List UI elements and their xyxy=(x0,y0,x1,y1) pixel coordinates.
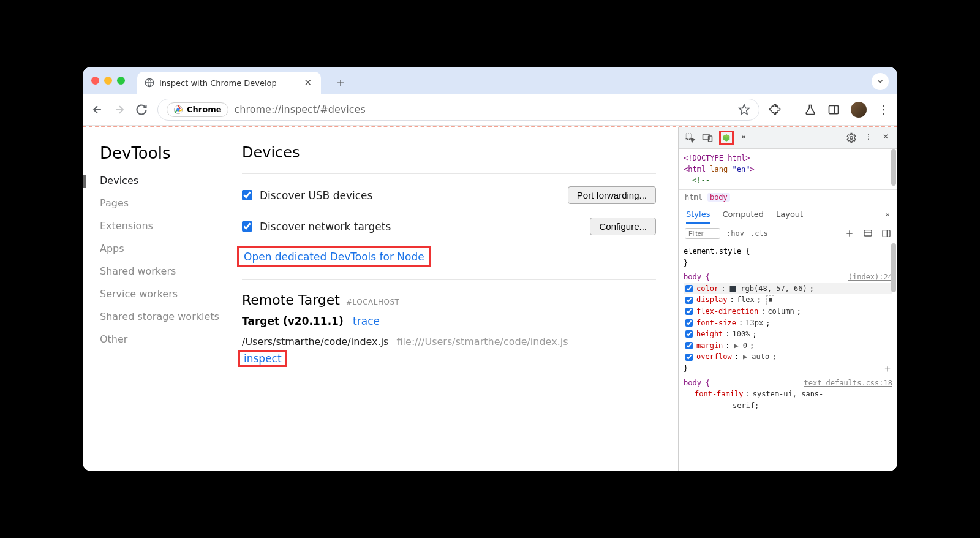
add-property-icon[interactable]: ＋ xyxy=(883,362,892,377)
open-node-devtools-link[interactable]: Open dedicated DevTools for Node xyxy=(237,246,431,267)
flex-badge-icon[interactable]: ▦ xyxy=(766,295,774,305)
css-prop-font-size[interactable]: font-size: 13px; xyxy=(684,317,892,329)
dom-scrollbar[interactable] xyxy=(891,149,896,186)
inspect-link[interactable]: inspect xyxy=(238,350,287,367)
crumb-html[interactable]: html xyxy=(685,193,703,202)
css-prop-color[interactable]: color:rgb(48, 57, 66); xyxy=(684,283,892,295)
breadcrumb: html body xyxy=(679,189,897,205)
svg-rect-3 xyxy=(829,105,839,113)
prop-checkbox[interactable] xyxy=(685,308,693,315)
prop-checkbox[interactable] xyxy=(685,319,693,327)
close-tab-icon[interactable]: ✕ xyxy=(302,77,314,88)
usb-row: Discover USB devices Port forwarding... xyxy=(242,186,656,204)
minimize-window-icon[interactable] xyxy=(104,77,112,85)
devtools-top-bar: » ⋮ ✕ xyxy=(679,127,897,149)
crumb-body[interactable]: body xyxy=(707,193,730,202)
css-prop-display[interactable]: display: flex;▦ xyxy=(684,294,892,306)
inspect-element-icon[interactable] xyxy=(685,132,696,143)
close-window-icon[interactable] xyxy=(91,77,99,85)
maximize-window-icon[interactable] xyxy=(117,77,125,85)
prop-checkbox[interactable] xyxy=(685,330,693,338)
chevron-down-icon xyxy=(876,77,884,86)
side-panel-icon[interactable] xyxy=(827,104,840,116)
reload-button[interactable] xyxy=(135,104,148,116)
dom-html-open-after: > xyxy=(750,165,754,173)
browser-menu-icon[interactable]: ⋮ xyxy=(878,103,889,116)
css-prop-font-family[interactable]: font-family: system-ui, sans- xyxy=(684,388,892,400)
expand-triangle-icon[interactable]: ▶ xyxy=(734,340,739,352)
bookmark-star-icon[interactable] xyxy=(738,104,750,116)
css-prop-margin[interactable]: margin:▶0; xyxy=(684,340,892,352)
trace-link[interactable]: trace xyxy=(353,315,380,327)
nodejs-icon[interactable] xyxy=(719,131,734,145)
styles-filter-input[interactable] xyxy=(685,228,720,239)
css-rules[interactable]: element.style { } (index):24 body { colo… xyxy=(679,243,897,471)
devtools-menu-icon[interactable]: ⋮ xyxy=(863,132,874,143)
target-label: Target xyxy=(242,315,279,327)
rules-scrollbar[interactable] xyxy=(891,243,896,292)
prop-checkbox[interactable] xyxy=(685,354,693,361)
computed-styles-icon[interactable] xyxy=(863,229,873,238)
prop-checkbox[interactable] xyxy=(685,297,693,304)
more-tabs-icon[interactable]: » xyxy=(741,132,752,143)
close-devtools-icon[interactable]: ✕ xyxy=(880,132,891,143)
new-tab-button[interactable]: ＋ xyxy=(334,74,347,91)
prop-checkbox[interactable] xyxy=(685,285,693,292)
address-bar[interactable]: Chrome chrome://inspect/#devices xyxy=(157,99,760,121)
discover-network-checkbox[interactable] xyxy=(242,221,252,232)
sidebar-item-extensions[interactable]: Extensions xyxy=(100,220,242,232)
body-selector: body { xyxy=(684,273,710,281)
styles-more-tabs-icon[interactable]: » xyxy=(885,210,890,224)
tabs-menu-button[interactable] xyxy=(872,73,889,90)
discover-usb-checkbox[interactable] xyxy=(242,190,252,200)
browser-window: Inspect with Chrome Develop ✕ ＋ Chrome c… xyxy=(83,67,897,471)
css-prop-overflow[interactable]: overflow:▶auto; xyxy=(684,351,892,363)
target-line: Target (v20.11.1) trace xyxy=(242,315,656,327)
dom-attr-value: "en" xyxy=(733,165,750,173)
back-button[interactable] xyxy=(91,104,104,116)
rule-source-index[interactable]: (index):24 xyxy=(848,271,892,283)
dom-tree[interactable]: <!DOCTYPE html> <html lang="en"> <!-- xyxy=(679,149,897,189)
rule-source-textdefaults[interactable]: text_defaults.css:18 xyxy=(804,377,893,389)
prop-checkbox[interactable] xyxy=(685,342,693,349)
toggle-sidebar-icon[interactable] xyxy=(881,229,891,238)
content-row: DevTools Devices Pages Extensions Apps S… xyxy=(83,126,897,471)
hov-toggle[interactable]: :hov xyxy=(726,229,744,238)
browser-tab[interactable]: Inspect with Chrome Develop ✕ xyxy=(137,72,321,94)
forward-button[interactable] xyxy=(113,104,126,116)
tab-layout[interactable]: Layout xyxy=(776,210,803,224)
css-prop-flex-direction[interactable]: flex-direction: column; xyxy=(684,306,892,317)
port-forwarding-button[interactable]: Port forwarding... xyxy=(568,186,656,204)
experiments-icon[interactable] xyxy=(804,104,816,116)
sidebar-item-pages[interactable]: Pages xyxy=(100,197,242,209)
chrome-badge: Chrome xyxy=(167,102,228,117)
tab-computed[interactable]: Computed xyxy=(722,210,764,224)
discover-network-label: Discover network targets xyxy=(260,221,391,233)
toolbar-right: ⋮ xyxy=(769,102,889,118)
sidebar-item-shared-storage-worklets[interactable]: Shared storage worklets xyxy=(100,311,242,322)
url-text: chrome://inspect/#devices xyxy=(235,104,732,115)
devtools-panel: » ⋮ ✕ <!DOCTYPE html> <html lang="en"> <… xyxy=(678,127,897,471)
settings-gear-icon[interactable] xyxy=(846,132,857,143)
sidebar-item-shared-workers[interactable]: Shared workers xyxy=(100,265,242,277)
chrome-logo-icon xyxy=(173,105,183,115)
tab-styles[interactable]: Styles xyxy=(686,210,710,224)
sidebar-item-service-workers[interactable]: Service workers xyxy=(100,288,242,300)
svg-rect-8 xyxy=(864,230,872,236)
sidebar-item-other[interactable]: Other xyxy=(100,333,242,345)
css-prop-height[interactable]: height: 100%; xyxy=(684,328,892,340)
brace-close: } xyxy=(684,363,892,374)
dom-doctype: <!DOCTYPE html> xyxy=(684,154,750,162)
new-style-rule-icon[interactable] xyxy=(845,229,854,238)
color-swatch-icon[interactable] xyxy=(729,286,736,292)
sidebar-item-devices[interactable]: Devices xyxy=(100,175,242,186)
extensions-icon[interactable] xyxy=(769,104,782,116)
sidebar-item-apps[interactable]: Apps xyxy=(100,243,242,254)
expand-triangle-icon[interactable]: ▶ xyxy=(743,351,747,363)
configure-button[interactable]: Configure... xyxy=(590,218,656,235)
cls-toggle[interactable]: .cls xyxy=(750,229,768,238)
device-toggle-icon[interactable] xyxy=(702,132,713,143)
styles-tabs: Styles Computed Layout » xyxy=(679,205,897,224)
toolbar: Chrome chrome://inspect/#devices ⋮ xyxy=(83,94,897,126)
profile-avatar[interactable] xyxy=(851,102,867,118)
